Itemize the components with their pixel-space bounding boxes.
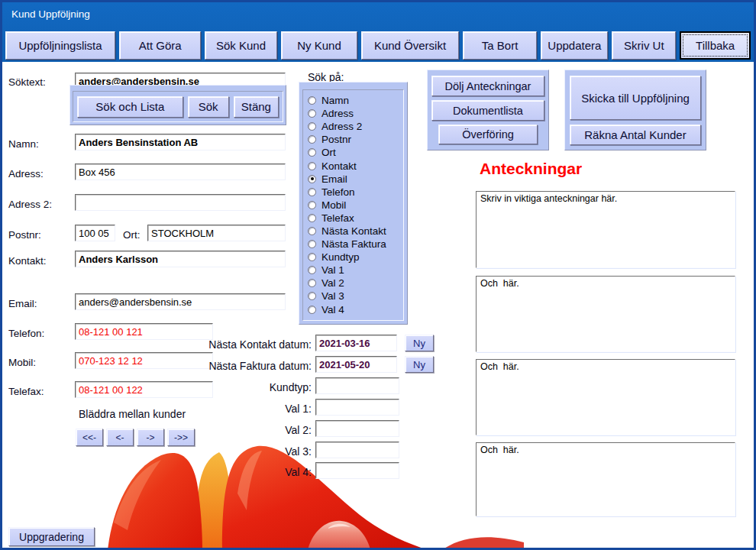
val3-input[interactable] xyxy=(315,442,399,458)
first-record-button[interactable]: <<- xyxy=(76,429,103,446)
radio-icon xyxy=(308,240,316,248)
kundtyp-label: Kundtyp: xyxy=(231,381,312,393)
radio-icon xyxy=(308,266,316,274)
telefon-label: Telefon: xyxy=(8,328,44,339)
radio-option-ort[interactable]: Ort xyxy=(306,146,400,159)
radio-icon xyxy=(308,227,316,235)
email-input[interactable] xyxy=(75,293,286,310)
nasta-kontakt-datum-input[interactable] xyxy=(315,335,397,351)
toolbar-button-kund-oversikt[interactable]: Kund Översikt xyxy=(361,31,459,60)
radio-icon xyxy=(308,122,316,131)
stang-button[interactable]: Stäng xyxy=(234,96,279,118)
radio-icon xyxy=(308,292,316,300)
postnr-input[interactable] xyxy=(75,225,115,241)
toolbar-button-sok-kund[interactable]: Sök Kund xyxy=(205,31,277,60)
sok-och-lista-button[interactable]: Sök och Lista xyxy=(77,96,183,118)
toolbar-button-tillbaka[interactable]: Tillbaka xyxy=(680,31,751,60)
ny-faktura-datum-button[interactable]: Ny xyxy=(405,356,434,373)
postnr-label: Postnr: xyxy=(8,229,41,241)
ort-input[interactable] xyxy=(147,225,286,241)
ort-label: Ort: xyxy=(123,229,141,241)
notes-textarea-4[interactable]: Och här. xyxy=(476,442,735,516)
notes-textarea-2[interactable]: Och här. xyxy=(476,276,735,352)
toolbar-button-uppdatera[interactable]: Uppdatera xyxy=(541,31,608,60)
val1-input[interactable] xyxy=(315,399,399,416)
telefon-input[interactable] xyxy=(75,323,213,340)
toolbar-button-uppfoljningslista[interactable]: Uppföljningslista xyxy=(5,31,115,60)
browse-customers-label: Bläddra mellan kunder xyxy=(79,408,186,420)
soktext-label: Söktext: xyxy=(8,76,46,88)
ny-kontakt-datum-button[interactable]: Ny xyxy=(405,335,434,351)
notes-textarea-3[interactable]: Och här. xyxy=(476,359,735,435)
previous-record-button[interactable]: <- xyxy=(106,429,134,446)
uppgradering-button[interactable]: Uppgradering xyxy=(8,527,95,546)
val4-label: Val 4: xyxy=(231,466,312,478)
val2-input[interactable] xyxy=(315,420,399,437)
dolj-anteckningar-button[interactable]: Dölj Anteckningar xyxy=(431,76,544,96)
notes-textarea-1[interactable]: Skriv in viktiga anteckningar här. xyxy=(476,191,735,268)
toolbar-button-ta-bort[interactable]: Ta Bort xyxy=(463,31,538,60)
dokumentlista-button[interactable]: Dokumentlista xyxy=(431,100,544,121)
namn-input[interactable] xyxy=(75,134,286,150)
toolbar-button-att-gora[interactable]: Att Göra xyxy=(119,31,201,60)
radio-option-kontakt[interactable]: Kontakt xyxy=(306,159,400,172)
radio-option-email[interactable]: Email xyxy=(306,173,400,186)
radio-option-nasta-kontakt[interactable]: Nästa Kontakt xyxy=(306,225,400,238)
toolbar-button-skriv-ut[interactable]: Skriv Ut xyxy=(612,31,676,60)
radio-icon xyxy=(308,306,316,314)
radio-option-val4[interactable]: Val 4 xyxy=(306,303,400,316)
window-title: Kund Uppföljning xyxy=(11,8,90,20)
radio-option-namn[interactable]: Namn xyxy=(306,94,400,107)
radio-icon xyxy=(308,188,316,196)
radio-option-telefax[interactable]: Telefax xyxy=(306,212,400,225)
toolbar: Uppföljningslista Att Göra Sök Kund Ny K… xyxy=(5,31,751,60)
radio-icon xyxy=(308,109,316,118)
radio-option-adress2[interactable]: Adress 2 xyxy=(306,120,400,133)
radio-icon xyxy=(308,96,316,105)
sok-button[interactable]: Sök xyxy=(188,96,229,118)
radio-option-mobil[interactable]: Mobil xyxy=(306,199,400,212)
radio-option-adress[interactable]: Adress xyxy=(306,107,400,120)
kontakt-label: Kontakt: xyxy=(8,255,47,267)
kontakt-input[interactable] xyxy=(75,251,286,267)
notes-heading: Anteckningar xyxy=(480,160,582,178)
radio-icon xyxy=(308,135,316,144)
last-record-button[interactable]: ->> xyxy=(167,429,195,446)
rakna-antal-kunder-button[interactable]: Räkna Antal Kunder xyxy=(570,125,701,145)
kundtyp-input[interactable] xyxy=(315,377,399,394)
radio-option-val2[interactable]: Val 2 xyxy=(306,277,400,290)
radio-icon xyxy=(308,214,316,222)
skicka-till-uppfoljning-button[interactable]: Skicka till Uppföljning xyxy=(570,76,701,120)
radio-icon xyxy=(308,148,316,157)
adress2-input[interactable] xyxy=(75,194,286,211)
radio-icon xyxy=(308,175,316,183)
radio-option-telefon[interactable]: Telefon xyxy=(306,186,400,199)
adress-label: Adress: xyxy=(8,168,44,180)
namn-label: Namn: xyxy=(8,138,39,150)
toolbar-button-ny-kund[interactable]: Ny Kund xyxy=(281,31,357,60)
email-label: Email: xyxy=(8,298,37,309)
overforing-button[interactable]: Överföring xyxy=(438,125,538,144)
radio-option-postnr[interactable]: Postnr xyxy=(306,133,400,146)
nasta-faktura-datum-label: Nästa Faktura datum: xyxy=(189,360,312,372)
adress-input[interactable] xyxy=(75,163,286,180)
telefax-input[interactable] xyxy=(75,381,213,398)
radio-option-nasta-faktura[interactable]: Nästa Faktura xyxy=(306,238,400,251)
radio-option-val3[interactable]: Val 3 xyxy=(306,290,400,302)
notes-actions-panel: Dölj Anteckningar Dokumentlista Överföri… xyxy=(427,70,549,150)
radio-option-val1[interactable]: Val 1 xyxy=(306,264,400,277)
val3-label: Val 3: xyxy=(231,445,312,458)
radio-icon xyxy=(308,253,316,261)
sok-pa-panel: Namn Adress Adress 2 Postnr Ort Kontakt … xyxy=(299,82,408,325)
val4-input[interactable] xyxy=(315,462,399,479)
next-record-button[interactable]: -> xyxy=(137,429,164,446)
nasta-faktura-datum-input[interactable] xyxy=(315,356,397,373)
val2-label: Val 2: xyxy=(231,424,312,436)
nasta-kontakt-datum-label: Nästa Kontakt datum: xyxy=(189,338,312,351)
app-window: Kund Uppföljning Uppföljningslista Att G… xyxy=(0,0,756,550)
telefax-label: Telefax: xyxy=(8,386,44,397)
search-buttons-panel: Sök och Lista Sök Stäng xyxy=(69,85,286,125)
mobil-label: Mobil: xyxy=(8,357,36,368)
val1-label: Val 1: xyxy=(231,403,312,415)
radio-option-kundtyp[interactable]: Kundtyp xyxy=(306,251,400,264)
